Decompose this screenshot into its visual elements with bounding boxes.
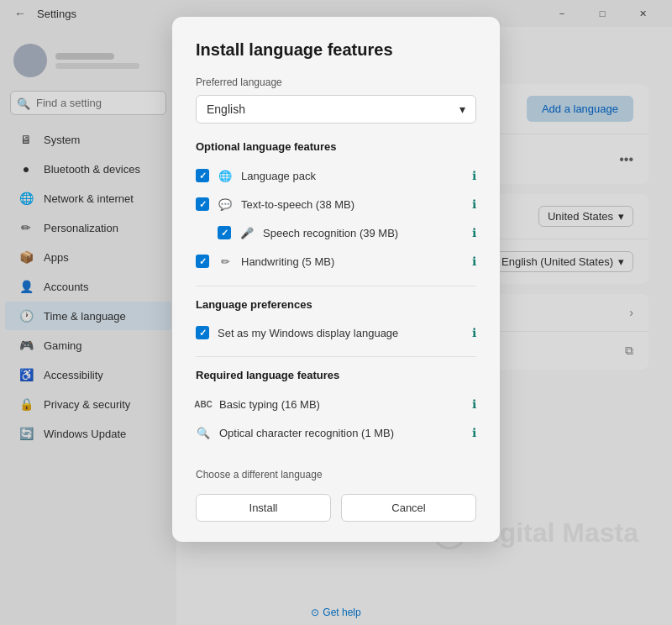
modal-title: Install language features: [196, 40, 476, 60]
feature-tts: ✓ 💬 Text-to-speech (38 MB) ℹ: [196, 192, 476, 217]
modal-actions: Install Cancel: [196, 494, 476, 522]
display-lang-label: Set as my Windows display language: [218, 327, 464, 339]
basic-typing-icon: ABC: [196, 397, 211, 412]
display-lang-info-icon[interactable]: ℹ: [472, 326, 476, 339]
modal-overlay: Install language features Preferred lang…: [0, 0, 672, 625]
tts-label: Text-to-speech (38 MB): [241, 198, 464, 211]
install-language-modal: Install language features Preferred lang…: [172, 17, 500, 542]
basic-typing-info-icon[interactable]: ℹ: [472, 397, 476, 411]
tts-checkbox[interactable]: ✓: [196, 197, 209, 211]
install-button[interactable]: Install: [196, 494, 331, 522]
cancel-button[interactable]: Cancel: [341, 494, 476, 522]
speech-checkbox[interactable]: ✓: [218, 226, 231, 239]
feature-speech: ✓ 🎤 Speech recognition (39 MB) ℹ: [218, 220, 476, 245]
handwriting-info-icon[interactable]: ℹ: [472, 255, 476, 268]
preferences-heading: Language preferences: [196, 298, 476, 311]
language-pack-label: Language pack: [241, 170, 464, 182]
ocr-info-icon[interactable]: ℹ: [472, 426, 476, 439]
feature-basic-typing: ABC Basic typing (16 MB) ℹ: [196, 391, 476, 417]
ocr-icon: 🔍: [196, 425, 211, 440]
speech-info-icon[interactable]: ℹ: [472, 226, 476, 239]
feature-ocr: 🔍 Optical character recognition (1 MB) ℹ: [196, 420, 476, 445]
tts-icon: 💬: [218, 197, 233, 212]
ocr-label: Optical character recognition (1 MB): [219, 427, 464, 439]
language-pack-info-icon[interactable]: ℹ: [472, 169, 476, 182]
selected-language: English: [207, 102, 245, 116]
handwriting-icon: ✏: [218, 254, 233, 269]
handwriting-checkbox[interactable]: ✓: [196, 255, 209, 268]
basic-typing-label: Basic typing (16 MB): [219, 398, 464, 411]
feature-language-pack: ✓ 🌐 Language pack ℹ: [196, 163, 476, 188]
optional-features-heading: Optional language features: [196, 140, 476, 153]
tts-info-icon[interactable]: ℹ: [472, 197, 476, 211]
required-heading: Required language features: [196, 369, 476, 381]
handwriting-label: Handwriting (5 MB): [241, 255, 464, 268]
dropdown-arrow-icon: ▾: [459, 102, 465, 116]
language-pack-checkbox[interactable]: ✓: [196, 169, 209, 182]
feature-display-lang: ✓ Set as my Windows display language ℹ: [196, 321, 476, 344]
feature-handwriting: ✓ ✏ Handwriting (5 MB) ℹ: [196, 249, 476, 274]
language-select-dropdown[interactable]: English ▾: [196, 95, 476, 123]
preferred-language-label: Preferred language: [196, 76, 476, 88]
display-lang-checkbox[interactable]: ✓: [196, 326, 209, 339]
speech-label: Speech recognition (39 MB): [263, 227, 464, 239]
language-pack-icon: 🌐: [218, 168, 233, 183]
speech-icon: 🎤: [239, 225, 255, 240]
choose-language-label: Choose a different language: [196, 469, 476, 481]
divider-1: [196, 286, 476, 286]
divider-2: [196, 356, 476, 357]
